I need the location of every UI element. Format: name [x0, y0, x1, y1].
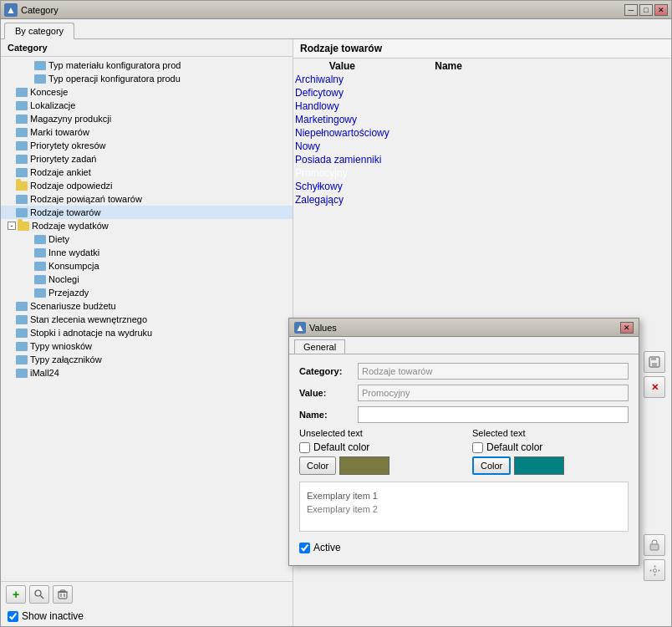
- save-button[interactable]: [644, 351, 665, 373]
- value-link[interactable]: Marketingowy: [295, 114, 357, 125]
- table-row[interactable]: Marketingowy: [295, 114, 506, 125]
- tree-item[interactable]: Inne wydatki: [1, 246, 293, 259]
- table-row[interactable]: Zalegający: [295, 194, 506, 206]
- table-row[interactable]: Handlowy: [295, 100, 506, 112]
- tree-item[interactable]: Noclegi: [1, 273, 293, 286]
- table-row[interactable]: Deficytowy: [295, 87, 506, 99]
- table-cell-name: [391, 87, 507, 99]
- table-row[interactable]: Nowy: [295, 140, 506, 152]
- delete-button[interactable]: [53, 585, 73, 604]
- folder-icon: [16, 99, 28, 111]
- category-label: Category:: [299, 366, 358, 376]
- close-button[interactable]: ✕: [654, 4, 668, 16]
- add-button[interactable]: +: [6, 585, 26, 604]
- table-cell-value: Archiwalny: [295, 74, 389, 85]
- tree-item[interactable]: iMall24: [1, 366, 293, 380]
- folder-icon: [16, 206, 28, 218]
- tree-item[interactable]: Przejazdy: [1, 286, 293, 299]
- dialog-delete-button[interactable]: ✕: [644, 376, 665, 398]
- tree-item[interactable]: Scenariusze budżetu: [1, 299, 293, 313]
- tree-label: Lokalizacje: [30, 100, 75, 110]
- tree-container[interactable]: Typ materiału konfiguratora prodTyp oper…: [1, 57, 293, 581]
- svg-point-0: [35, 590, 41, 596]
- dialog-close-button[interactable]: ✕: [620, 322, 634, 334]
- tree-label: Rodzaje odpowiedzi: [30, 181, 112, 191]
- tree-item[interactable]: Stan zlecenia wewnętrznego: [1, 313, 293, 326]
- value-link[interactable]: Deficytowy: [295, 87, 344, 99]
- tree-item[interactable]: Typy załączników: [1, 353, 293, 366]
- unselected-color-button[interactable]: Color: [299, 456, 336, 475]
- selected-color-button[interactable]: Color: [472, 456, 511, 475]
- tree-item[interactable]: Konsumpcja: [1, 259, 293, 273]
- dialog-tab-general[interactable]: General: [294, 339, 345, 354]
- table-row[interactable]: Niepełnowartościowy: [295, 127, 506, 139]
- tree-item[interactable]: Priorytety okresów: [1, 139, 293, 152]
- table-row[interactable]: Promocyjny: [295, 167, 506, 179]
- value-link[interactable]: Niepełnowartościowy: [295, 127, 389, 139]
- tree-item[interactable]: Typ materiału konfiguratora prod: [1, 59, 293, 72]
- lock-button[interactable]: [644, 534, 665, 556]
- tree-item[interactable]: Diety: [1, 232, 293, 246]
- tree-label: Koncesje: [30, 87, 68, 97]
- tree-item[interactable]: Koncesje: [1, 85, 293, 99]
- folder-icon: [16, 86, 28, 98]
- category-input[interactable]: [358, 363, 629, 380]
- value-link[interactable]: Schyłkowy: [295, 181, 343, 192]
- table-cell-value: Zalegający: [295, 194, 389, 206]
- name-input[interactable]: [358, 406, 629, 423]
- tree-item[interactable]: Rodzaje powiązań towarów: [1, 192, 293, 206]
- selected-default-checkbox[interactable]: [472, 442, 483, 453]
- folder-icon: [34, 287, 46, 298]
- table-row[interactable]: Archiwalny: [295, 74, 506, 85]
- svg-point-13: [654, 573, 655, 575]
- folder-icon: [34, 233, 46, 245]
- value-label: Value:: [299, 388, 358, 398]
- active-checkbox[interactable]: [299, 543, 310, 553]
- value-input[interactable]: [358, 385, 629, 401]
- tree-item[interactable]: Typ operacji konfiguratora produ: [1, 72, 293, 85]
- dialog-side-buttons: ✕: [644, 351, 665, 398]
- minimize-button[interactable]: ─: [624, 4, 638, 16]
- value-link[interactable]: Promocyjny: [295, 167, 348, 179]
- value-link[interactable]: Zalegający: [295, 194, 344, 206]
- folder-icon: [16, 140, 28, 151]
- tab-by-category[interactable]: By category: [4, 23, 74, 39]
- tree-item[interactable]: Rodzaje ankiet: [1, 166, 293, 179]
- table-row[interactable]: Schyłkowy: [295, 181, 506, 192]
- folder-icon: [16, 327, 28, 339]
- tree-item[interactable]: Priorytety zadań: [1, 152, 293, 166]
- exemplary-box: Exemplary item 1 Exemplary item 2: [299, 482, 629, 532]
- dialog-title-bar: ▲ Values ✕: [289, 319, 639, 337]
- folder-icon: [16, 113, 28, 125]
- folder-icon: [34, 260, 46, 272]
- tree-label: Rodzaje wydatków: [32, 221, 109, 231]
- tree-item[interactable]: Typy wniosków: [1, 339, 293, 353]
- value-link[interactable]: Nowy: [295, 140, 320, 152]
- tree-item[interactable]: Stopki i adnotacje na wydruku: [1, 326, 293, 339]
- tree-item[interactable]: -Rodzaje wydatków: [1, 219, 293, 232]
- tree-item[interactable]: Marki towarów: [1, 125, 293, 139]
- tree-expand-icon[interactable]: -: [8, 222, 16, 230]
- tree-item[interactable]: Magazyny produkcji: [1, 112, 293, 125]
- table-cell-name: [391, 181, 507, 192]
- tree-label: Magazyny produkcji: [30, 114, 111, 124]
- show-inactive-checkbox[interactable]: [8, 611, 18, 622]
- unselected-default-checkbox[interactable]: [299, 442, 310, 453]
- table-cell-value: Nowy: [295, 140, 389, 152]
- settings-button[interactable]: [644, 559, 665, 581]
- value-link[interactable]: Archiwalny: [295, 74, 344, 85]
- value-link[interactable]: Handlowy: [295, 100, 339, 112]
- tree-item[interactable]: Rodzaje odpowiedzi: [1, 179, 293, 192]
- value-link[interactable]: Posiada zamienniki: [295, 154, 381, 166]
- svg-point-11: [653, 568, 656, 572]
- table-cell-value: Promocyjny: [295, 167, 389, 179]
- maximize-button[interactable]: □: [639, 4, 653, 16]
- tree-item[interactable]: Lokalizacje: [1, 99, 293, 112]
- tree-item[interactable]: Rodzaje towarów: [1, 206, 293, 219]
- table-row[interactable]: Posiada zamienniki: [295, 154, 506, 166]
- folder-icon: [16, 180, 28, 191]
- search-button[interactable]: [29, 585, 49, 604]
- selected-default-label: Default color: [486, 441, 542, 453]
- unselected-color-row: Color: [299, 456, 456, 475]
- table-cell-value: Marketingowy: [295, 114, 389, 125]
